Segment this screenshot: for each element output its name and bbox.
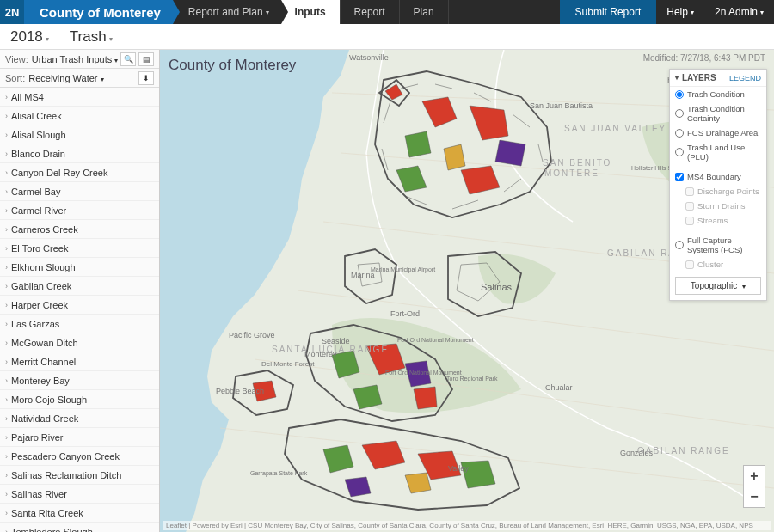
list-item[interactable]: ›Alisal Slough xyxy=(0,125,159,144)
download-icon[interactable]: ⬇ xyxy=(138,71,154,85)
svg-text:Watsonville: Watsonville xyxy=(349,53,389,62)
chevron-right-icon: › xyxy=(5,244,8,253)
legend-link[interactable]: LEGEND xyxy=(729,74,761,83)
svg-text:Del Monte Forest: Del Monte Forest xyxy=(261,360,315,368)
list-item[interactable]: ›Gabilan Creek xyxy=(0,277,159,296)
year-selector[interactable]: 2018▾ xyxy=(10,28,49,46)
layer-radio[interactable]: Trash Land Use (PLU) xyxy=(670,140,766,164)
tab-inputs[interactable]: Inputs xyxy=(281,0,341,24)
svg-text:SAN JUAN VALLEY: SAN JUAN VALLEY xyxy=(564,124,666,133)
list-item-label: Carmel River xyxy=(11,205,66,216)
svg-text:Toro Regional Park: Toro Regional Park xyxy=(446,376,498,382)
list-item[interactable]: ›Monterey Bay xyxy=(0,371,159,390)
chevron-right-icon: › xyxy=(5,301,8,309)
list-item[interactable]: ›Moro Cojo Slough xyxy=(0,390,159,409)
search-icon[interactable]: 🔍 xyxy=(120,52,136,66)
list-item-label: Blanco Drain xyxy=(11,149,65,159)
chevron-right-icon: › xyxy=(5,320,8,328)
tab-report[interactable]: Report xyxy=(341,0,400,24)
list-item[interactable]: ›Santa Rita Creek xyxy=(0,504,159,523)
list-item-label: Monterey Bay xyxy=(11,376,70,386)
list-item[interactable]: ›Elkhorn Slough xyxy=(0,258,159,277)
svg-text:SAN BENITO: SAN BENITO xyxy=(543,158,611,168)
svg-text:GABILAN RANGE: GABILAN RANGE xyxy=(637,446,730,456)
zoom-in-button[interactable]: + xyxy=(744,466,765,486)
list-item-label: McGowan Ditch xyxy=(11,338,78,348)
list-item[interactable]: ›Carneros Creek xyxy=(0,220,159,239)
layer-check[interactable]: MS4 Boundary xyxy=(670,169,766,184)
view-row: View: Urban Trash Inputs▾ 🔍 ▤ xyxy=(0,50,159,69)
layer-fcs[interactable]: Full Capture Systems (FCS) xyxy=(670,233,766,257)
chevron-right-icon: › xyxy=(5,358,8,366)
zoom-out-button[interactable]: − xyxy=(744,486,765,507)
list-item-label: Carneros Creek xyxy=(11,224,78,235)
list-item[interactable]: ›Alisal Creek xyxy=(0,107,159,125)
chevron-right-icon: › xyxy=(5,490,8,498)
chevron-down-icon: ▾ xyxy=(266,9,269,16)
list-item[interactable]: ›Pajaro River xyxy=(0,428,159,447)
layer-cluster[interactable]: Cluster xyxy=(670,257,766,272)
logo[interactable]: 2N xyxy=(0,0,24,24)
layer-radio[interactable]: Trash Condition xyxy=(670,87,766,101)
list-item-label: Alisal Slough xyxy=(11,130,66,140)
list-item-label: Elkhorn Slough xyxy=(11,262,76,272)
view-selector[interactable]: Urban Trash Inputs▾ xyxy=(32,54,119,64)
chevron-right-icon: › xyxy=(5,414,8,423)
layer-radio[interactable]: Trash Condition Certainty xyxy=(670,101,766,125)
svg-text:Garrapata State Park: Garrapata State Park xyxy=(250,470,308,477)
layer-check[interactable]: Storm Drains xyxy=(670,199,766,213)
list-item[interactable]: ›Salinas Reclamation Ditch xyxy=(0,466,159,485)
chevron-down-icon[interactable]: ▾ xyxy=(675,74,679,82)
svg-text:San Juan Bautista: San Juan Bautista xyxy=(530,101,593,110)
chevron-down-icon: ▾ xyxy=(109,35,113,43)
layer-radio[interactable]: FCS Drainage Area xyxy=(670,125,766,140)
chevron-right-icon: › xyxy=(5,282,8,290)
list-item-label: Tembledero Slough xyxy=(11,527,93,533)
chevron-right-icon: › xyxy=(5,471,8,480)
report-plan-crumb[interactable]: Report and Plan▾ xyxy=(173,0,281,24)
user-menu[interactable]: 2n Admin▾ xyxy=(704,0,774,24)
submit-report-button[interactable]: Submit Report xyxy=(560,0,657,24)
map-container[interactable]: County of Monterey Modified: 7/27/18, 6:… xyxy=(160,50,774,532)
sort-selector[interactable]: Receiving Water▾ xyxy=(28,73,103,83)
list-item[interactable]: ›Canyon Del Rey Creek xyxy=(0,163,159,182)
list-item[interactable]: ›McGowan Ditch xyxy=(0,333,159,352)
list-item[interactable]: ›Pescadero Canyon Creek xyxy=(0,447,159,466)
filter-icon[interactable]: ▤ xyxy=(138,52,154,66)
svg-text:SANTA LUCIA RANGE: SANTA LUCIA RANGE xyxy=(272,345,389,354)
category-selector[interactable]: Trash▾ xyxy=(70,28,113,46)
list-item[interactable]: ›Harper Creek xyxy=(0,296,159,315)
chevron-right-icon: › xyxy=(5,168,8,177)
list-item[interactable]: ›Salinas River xyxy=(0,485,159,504)
chevron-right-icon: › xyxy=(5,433,8,442)
layers-panel: ▾ LAYERS LEGEND Trash ConditionTrash Con… xyxy=(669,69,767,301)
receiving-water-list[interactable]: ›All MS4›Alisal Creek›Alisal Slough›Blan… xyxy=(0,88,159,532)
list-item[interactable]: ›Natividad Creek xyxy=(0,409,159,428)
chevron-right-icon: › xyxy=(5,93,8,101)
chevron-right-icon: › xyxy=(5,395,8,404)
jurisdiction-crumb[interactable]: County of Monterey xyxy=(24,0,173,24)
svg-text:Pebble Beach: Pebble Beach xyxy=(216,387,264,395)
basemap-selector[interactable]: Topographic ▾ xyxy=(675,277,761,295)
chevron-right-icon: › xyxy=(5,376,8,385)
chevron-down-icon: ▾ xyxy=(691,9,694,16)
list-item[interactable]: ›Tembledero Slough xyxy=(0,523,159,532)
layer-check[interactable]: Discharge Points xyxy=(670,184,766,199)
layer-check[interactable]: Streams xyxy=(670,213,766,228)
svg-text:Marina Municipal Airport: Marina Municipal Airport xyxy=(371,266,435,273)
list-item[interactable]: ›El Toro Creek xyxy=(0,239,159,258)
list-item[interactable]: ›Carmel River xyxy=(0,201,159,220)
help-menu[interactable]: Help▾ xyxy=(656,0,704,24)
list-item[interactable]: ›All MS4 xyxy=(0,88,159,107)
map-attribution: Leaflet | Powered by Esri | CSU Monterey… xyxy=(163,521,771,530)
list-item-label: Alisal Creek xyxy=(11,111,62,121)
chevron-right-icon: › xyxy=(5,452,8,461)
list-item[interactable]: ›Carmel Bay xyxy=(0,182,159,201)
sidebar: View: Urban Trash Inputs▾ 🔍 ▤ Sort: Rece… xyxy=(0,50,160,532)
list-item[interactable]: ›Merritt Channel xyxy=(0,352,159,371)
list-item[interactable]: ›Las Garzas xyxy=(0,315,159,333)
list-item-label: Salinas River xyxy=(11,489,67,499)
list-item[interactable]: ›Blanco Drain xyxy=(0,144,159,163)
tab-plan[interactable]: Plan xyxy=(400,0,449,24)
svg-text:Pacific Grove: Pacific Grove xyxy=(229,331,275,339)
